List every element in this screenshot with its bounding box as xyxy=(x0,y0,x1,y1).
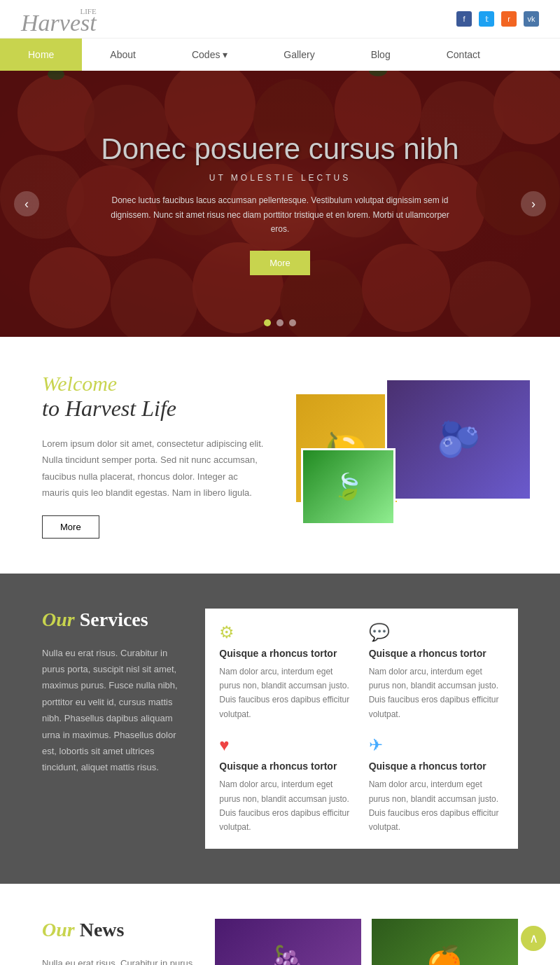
nav-item-contact[interactable]: Contact xyxy=(419,39,508,71)
hero-dot-3[interactable] xyxy=(289,319,296,326)
hero-prev-button[interactable]: ‹ xyxy=(14,191,39,216)
social-icons: f 𝕥 r vk xyxy=(456,11,539,27)
hero-dot-1[interactable] xyxy=(264,319,271,326)
hero-title: Donec posuere cursus nibh xyxy=(101,132,458,166)
news-heading: Our News xyxy=(42,919,194,941)
news-heading-em: Our xyxy=(42,919,75,940)
service-title-1: Quisque a rhoncus tortor xyxy=(219,648,354,659)
news-cards: 🍇 Lorem ipsum dolor Maecenas et suscipit… xyxy=(215,919,518,965)
nav-item-blog[interactable]: Blog xyxy=(343,39,419,71)
nav-item-gallery[interactable]: Gallery xyxy=(255,39,342,71)
service-title-4: Quisque a rhoncus tortor xyxy=(369,761,504,772)
hero-slider: ‹ Donec posuere cursus nibh UT MOLESTIE … xyxy=(0,71,560,337)
hero-next-button[interactable]: › xyxy=(521,191,546,216)
nav-item-codes[interactable]: Codes xyxy=(164,39,255,71)
services-description: Nulla eu erat risus. Curabitur in purus … xyxy=(42,645,184,776)
services-left: Our Services Nulla eu erat risus. Curabi… xyxy=(42,609,184,849)
service-item-1: ⚙ Quisque a rhoncus tortor Nam dolor arc… xyxy=(219,623,354,722)
rss-icon[interactable]: r xyxy=(501,11,517,27)
service-desc-2: Nam dolor arcu, interdum eget purus non,… xyxy=(369,665,504,722)
logo-text[interactable]: Harvest xyxy=(21,10,97,36)
welcome-line1: Welcome xyxy=(42,372,266,396)
service-item-2: 💬 Quisque a rhoncus tortor Nam dolor arc… xyxy=(369,623,504,722)
service-title-2: Quisque a rhoncus tortor xyxy=(369,648,504,659)
service-desc-1: Nam dolor arcu, interdum eget purus non,… xyxy=(219,665,354,722)
services-grid: ⚙ Quisque a rhoncus tortor Nam dolor arc… xyxy=(205,609,518,849)
hero-description: Donec luctus faucibus lacus accumsan pel… xyxy=(105,193,455,236)
service-item-4: ✈ Quisque a rhoncus tortor Nam dolor arc… xyxy=(369,735,504,835)
news-image-2: 🍊 xyxy=(372,919,518,965)
header: LIFE Harvest f 𝕥 r vk xyxy=(0,0,560,38)
news-left: Our News Nulla eu erat risus. Curabitur … xyxy=(42,919,194,965)
welcome-title: Welcome to Harvest Life xyxy=(42,372,266,422)
nav-item-about[interactable]: About xyxy=(82,39,164,71)
fruit-image-blueberry: 🫐 xyxy=(385,378,532,501)
news-card-2: 🍊 Lorem ipsum dolor Maecenas et suscipit… xyxy=(372,919,518,965)
navigation: Home About Codes Gallery Blog Contact xyxy=(0,38,560,71)
facebook-icon[interactable]: f xyxy=(456,11,472,27)
services-heading: Our Services xyxy=(42,609,184,631)
hero-more-button[interactable]: More xyxy=(250,251,310,275)
nav-item-home[interactable]: Home xyxy=(0,39,82,71)
news-image-1: 🍇 xyxy=(215,919,361,965)
news-card-1: 🍇 Lorem ipsum dolor Maecenas et suscipit… xyxy=(215,919,361,965)
service-title-3: Quisque a rhoncus tortor xyxy=(219,761,354,772)
services-section: Our Services Nulla eu erat risus. Curabi… xyxy=(0,574,560,884)
service-icon-2: 💬 xyxy=(369,623,504,642)
service-icon-1: ⚙ xyxy=(219,623,354,642)
welcome-description: Lorem ipsum dolor sit amet, consectetur … xyxy=(42,436,266,501)
hero-subtitle: UT MOLESTIE LECTUS xyxy=(101,173,458,183)
welcome-more-button[interactable]: More xyxy=(42,515,99,539)
services-heading-text: Services xyxy=(80,609,148,630)
hero-content: Donec posuere cursus nibh UT MOLESTIE LE… xyxy=(87,118,472,289)
twitter-icon[interactable]: 𝕥 xyxy=(479,11,494,27)
welcome-text: Welcome to Harvest Life Lorem ipsum dolo… xyxy=(42,372,266,539)
welcome-section: Welcome to Harvest Life Lorem ipsum dolo… xyxy=(0,337,560,574)
service-icon-3: ♥ xyxy=(219,735,354,755)
service-icon-4: ✈ xyxy=(369,735,504,755)
hero-dot-2[interactable] xyxy=(276,319,284,326)
services-heading-em: Our xyxy=(42,609,75,630)
news-section: Our News Nulla eu erat risus. Curabitur … xyxy=(0,884,560,965)
news-description: Nulla eu erat risus. Curabitur in purus … xyxy=(42,955,194,965)
logo: LIFE Harvest xyxy=(21,7,97,31)
welcome-line2: to Harvest Life xyxy=(42,396,266,422)
fruit-image-green: 🍃 xyxy=(301,448,396,525)
news-heading-text: News xyxy=(80,919,125,940)
service-desc-3: Nam dolor arcu, interdum eget purus non,… xyxy=(219,777,354,835)
vk-icon[interactable]: vk xyxy=(524,11,539,27)
hero-dots xyxy=(264,319,296,326)
welcome-images: 🍋 🫐 🍃 xyxy=(294,378,518,532)
scroll-top-button[interactable]: ∧ xyxy=(521,926,546,951)
service-desc-4: Nam dolor arcu, interdum eget purus non,… xyxy=(369,777,504,835)
service-item-3: ♥ Quisque a rhoncus tortor Nam dolor arc… xyxy=(219,735,354,835)
